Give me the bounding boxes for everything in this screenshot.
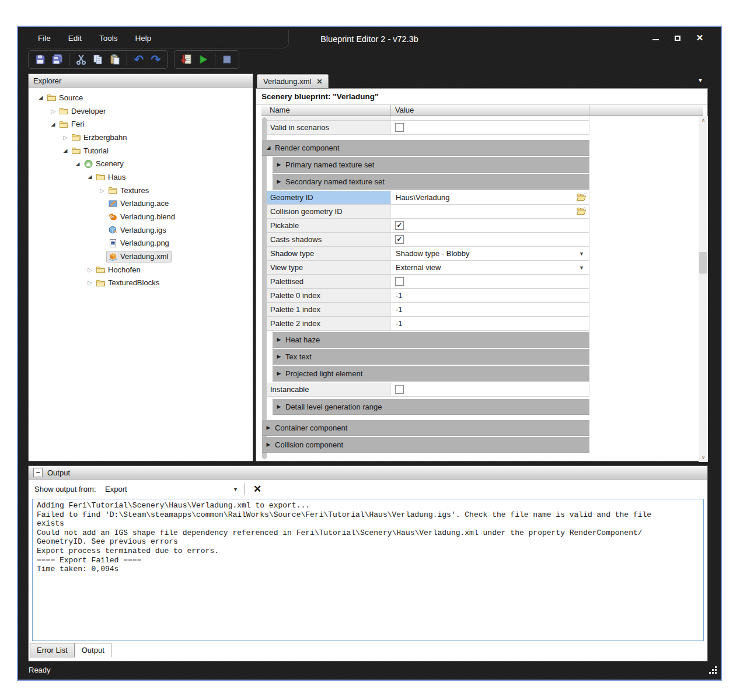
section-heat-haze[interactable]: ▶Heat haze [273, 332, 589, 348]
property-name-cell[interactable]: Palette 2 index [267, 317, 391, 330]
tree-item-texturedblocks[interactable]: ▷TexturedBlocks [29, 276, 253, 290]
bottom-tab-error-list[interactable]: Error List [30, 643, 75, 657]
expander-icon[interactable]: ◢ [86, 174, 94, 180]
tree-item-source[interactable]: ◢Source [29, 91, 253, 104]
property-value-cell[interactable]: -1 [391, 303, 589, 316]
expander-icon[interactable]: ◢ [74, 161, 82, 167]
close-button[interactable]: ✕ [692, 32, 708, 44]
property-name-cell[interactable]: Instancable [267, 383, 391, 396]
property-name-cell[interactable]: Casts shadows [267, 233, 391, 246]
preview-button[interactable] [196, 52, 211, 67]
tree-item-verladung-igs[interactable]: Verladung.igs [29, 223, 253, 237]
property-name-cell[interactable]: Palette 0 index [267, 289, 391, 302]
save-button[interactable] [33, 52, 48, 67]
property-name-cell[interactable]: Palettised [267, 275, 391, 288]
tree-item-textures[interactable]: ▷Textures [29, 184, 253, 197]
scroll-down-button[interactable]: ∨ [699, 453, 708, 462]
property-name-cell[interactable]: Shadow type [267, 247, 391, 260]
section-container-component[interactable]: ▶Container component [262, 420, 589, 436]
property-value-cell[interactable]: External view▼ [391, 261, 589, 274]
property-value-cell[interactable]: Haus\Verladung [391, 191, 589, 204]
scroll-thumb[interactable] [699, 252, 707, 274]
tree-item-verladung-png[interactable]: Verladung.png [29, 237, 253, 250]
tab-verladung-xml[interactable]: Verladung.xml ✕ [257, 74, 329, 88]
expander-icon[interactable]: ▷ [86, 279, 94, 286]
cut-button[interactable] [74, 52, 89, 67]
redo-button[interactable]: ↷ [148, 52, 163, 67]
maximize-button[interactable] [669, 32, 686, 44]
expander-icon[interactable]: ◢ [37, 94, 45, 100]
property-row-palette-2-index: Palette 2 index-1 [267, 317, 589, 331]
expander-icon[interactable]: ◢ [49, 121, 57, 127]
property-value-cell[interactable]: -1 [391, 317, 589, 330]
property-value-cell[interactable]: ✓ [391, 233, 589, 246]
clear-output-button[interactable]: ✕ [250, 482, 264, 496]
property-name-cell[interactable]: Pickable [267, 219, 391, 232]
grid-scrollbar[interactable]: ∧ ∨ [699, 116, 708, 462]
bottom-tab-output[interactable]: Output [75, 643, 111, 657]
property-name-cell[interactable]: Geometry ID [267, 191, 391, 204]
tree-item-label: TexturedBlocks [108, 278, 159, 287]
checkbox[interactable]: ✓ [395, 235, 404, 244]
tree-item-verladung-xml[interactable]: Verladung.xml [29, 250, 253, 263]
tree-item-verladung-blend[interactable]: Verladung.blend [29, 210, 253, 223]
section-projected-light-element[interactable]: ▶Projected light element [273, 366, 589, 382]
browse-button[interactable] [576, 192, 587, 204]
tab-close-button[interactable]: ✕ [316, 78, 322, 86]
paste-button[interactable] [107, 52, 123, 67]
section-collision-component[interactable]: ▶Collision component [262, 437, 589, 453]
resize-grip[interactable] [709, 666, 717, 677]
output-source-dropdown[interactable]: Export ▼ [102, 482, 240, 496]
copy-button[interactable] [90, 52, 106, 67]
column-divider[interactable] [589, 105, 589, 116]
export-button[interactable] [179, 52, 194, 67]
checkbox[interactable]: ✓ [395, 221, 404, 230]
undo-button[interactable]: ↶ [131, 52, 146, 67]
column-divider[interactable] [390, 105, 391, 116]
expander-icon[interactable]: ◢ [61, 148, 69, 153]
property-value-cell[interactable]: Shadow type - Blobby▼ [391, 247, 589, 260]
property-name-cell[interactable]: Collision geometry ID [267, 205, 391, 218]
tree-item-label: Verladung.ace [120, 199, 169, 208]
tree-item-verladung-ace[interactable]: Verladung.ace [29, 197, 253, 211]
expander-icon[interactable]: ▷ [61, 134, 69, 141]
browse-button[interactable] [576, 206, 587, 218]
tree-item-feri[interactable]: ◢Feri [29, 117, 253, 131]
scroll-up-button[interactable]: ∧ [699, 116, 708, 125]
expander-icon[interactable]: ▷ [86, 267, 94, 273]
property-name-cell[interactable]: Palette 1 index [267, 303, 391, 316]
tree-item-haus[interactable]: ◢Haus [29, 170, 253, 184]
collapse-output-button[interactable]: − [33, 468, 43, 477]
property-value-cell[interactable]: -1 [391, 289, 589, 302]
tree-item-scenery[interactable]: ◢Scenery [29, 157, 253, 170]
property-value-cell[interactable] [391, 383, 589, 396]
property-name-cell[interactable]: Valid in scenarios [267, 121, 391, 134]
minimize-button[interactable] [647, 32, 664, 44]
checkbox[interactable] [395, 385, 404, 394]
checkbox[interactable] [395, 277, 404, 286]
expander-icon[interactable]: ▷ [49, 108, 57, 114]
output-panel: − Output Show output from: Export ▼ ✕ Ad… [28, 466, 708, 662]
tree-item-erzbergbahn[interactable]: ▷Erzbergbahn [29, 131, 253, 144]
section-render-component[interactable]: ◢Render component [262, 140, 589, 156]
expander-icon[interactable]: ▷ [98, 187, 106, 194]
property-name-cell[interactable]: View type [267, 261, 391, 274]
section-detail-level-generation-range[interactable]: ▶Detail level generation range [273, 399, 589, 415]
tree-item-tutorial[interactable]: ◢Tutorial [29, 144, 253, 158]
checkbox[interactable] [395, 123, 404, 132]
property-value-cell[interactable] [391, 275, 589, 288]
save-all-button[interactable] [50, 52, 65, 67]
chevron-down-icon[interactable]: ▼ [579, 251, 584, 257]
chevron-down-icon[interactable]: ▼ [579, 265, 584, 271]
section-tex-text[interactable]: ▶Tex text [273, 349, 589, 365]
toolbar-separator [215, 53, 215, 66]
tab-list-dropdown[interactable]: ▼ [697, 77, 703, 83]
section-primary-named-texture-set[interactable]: ▶Primary named texture set [273, 157, 589, 173]
property-value-cell[interactable] [391, 121, 589, 134]
property-value-cell[interactable] [391, 205, 589, 218]
stop-button[interactable] [219, 52, 235, 67]
property-value-cell[interactable]: ✓ [391, 219, 589, 232]
tree-item-developer[interactable]: ▷Developer [29, 104, 253, 118]
tree-item-hochofen[interactable]: ▷Hochofen [29, 263, 253, 276]
section-secondary-named-texture-set[interactable]: ▶Secondary named texture set [273, 174, 589, 190]
